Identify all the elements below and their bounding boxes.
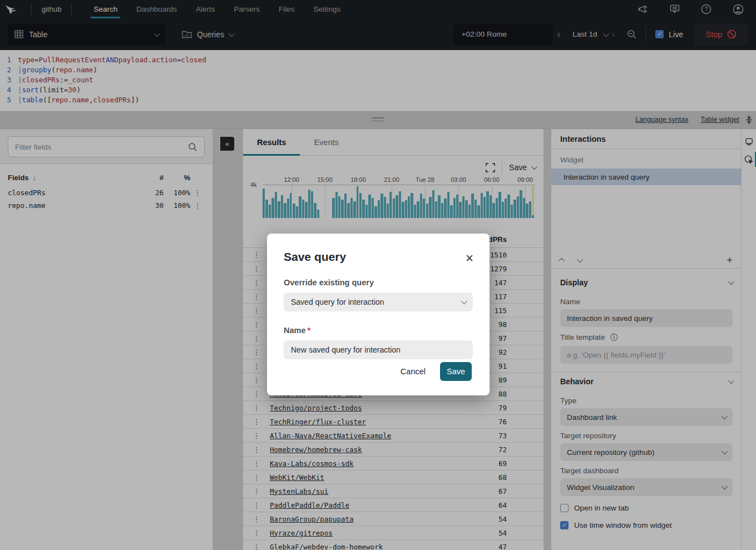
modal-title: Save query bbox=[284, 250, 473, 264]
cancel-button[interactable]: Cancel bbox=[401, 367, 426, 376]
close-icon[interactable]: ✕ bbox=[463, 252, 476, 265]
app-screen: github SearchDashboardsAlertsParsersFile… bbox=[0, 0, 756, 550]
chevron-down-icon bbox=[461, 298, 467, 304]
required-asterisk: * bbox=[308, 326, 311, 335]
save-query-modal: Save query ✕ Override existing query Sav… bbox=[267, 234, 490, 395]
override-query-select[interactable]: Saved query for interaction bbox=[284, 293, 473, 311]
override-label: Override existing query bbox=[284, 278, 473, 287]
query-name-input[interactable]: New saved query for interaction bbox=[284, 340, 473, 359]
name-label: Name* bbox=[284, 326, 473, 335]
save-button[interactable]: Save bbox=[440, 362, 472, 381]
